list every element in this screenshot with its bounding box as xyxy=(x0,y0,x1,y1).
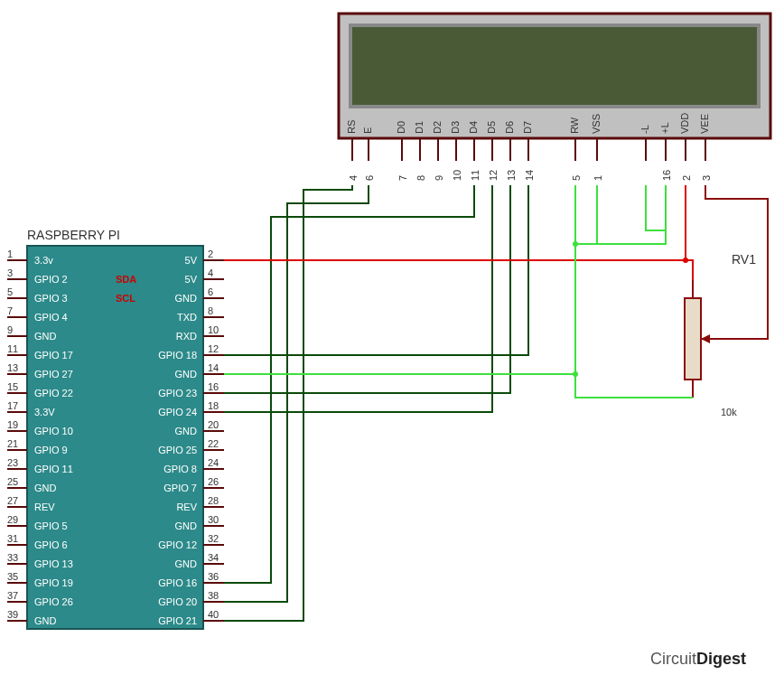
pi-pin-label: GPIO 7 xyxy=(163,483,197,493)
svg-point-64 xyxy=(683,258,688,263)
pi-pin-num: 7 xyxy=(7,305,13,316)
svg-point-66 xyxy=(573,241,578,247)
pi-pin-num: 4 xyxy=(208,267,213,278)
pi-pin-label: GPIO 3 xyxy=(34,293,68,304)
lcd-pin-label: D3 xyxy=(450,121,461,134)
pi-pin-label: TXD xyxy=(177,312,197,323)
pi-pin-label: GPIO 6 xyxy=(34,539,68,550)
pi-pin-label: GPIO 11 xyxy=(34,464,73,474)
pi-pin-label: GND xyxy=(175,426,198,436)
pi-pin-label: GPIO 19 xyxy=(34,577,73,588)
pi-pin-label: GPIO 5 xyxy=(34,520,68,531)
pi-pin-num: 2 xyxy=(208,248,213,259)
lcd-pin-num: 16 xyxy=(661,170,672,181)
pi-pin-num: 26 xyxy=(208,476,219,487)
lcd-pin-num: 1 xyxy=(593,175,603,181)
pi-pin-num: 34 xyxy=(208,552,219,563)
pi-pin-label: 5V xyxy=(185,274,198,285)
svg-rect-60 xyxy=(685,298,701,380)
pi-pin-label: GPIO 16 xyxy=(158,577,197,588)
pi-pin-num: 24 xyxy=(208,457,219,468)
pi-pin-label: GPIO 13 xyxy=(34,558,73,569)
pi-pin-num: 19 xyxy=(7,419,18,430)
pi-pin-label: REV xyxy=(176,502,197,512)
pi-pin-label: GND xyxy=(175,558,198,569)
pi-pin-label: GPIO 23 xyxy=(158,388,197,398)
lcd-pin-label: RS xyxy=(346,120,357,134)
pi-pin-label: GND xyxy=(34,483,57,493)
pi-pin-label: GPIO 9 xyxy=(34,445,68,455)
pi-pin-num: 21 xyxy=(7,438,18,449)
lcd-pin-num: 12 xyxy=(488,170,499,181)
lcd-pin-label: D6 xyxy=(504,121,515,134)
lcd-pin-label: D7 xyxy=(522,121,533,134)
pi-pin-num: 5 xyxy=(7,286,13,297)
pi-pin-num: 31 xyxy=(7,533,18,544)
pi-pin-num: 40 xyxy=(208,609,219,620)
lcd-pin-label: -L xyxy=(639,125,650,134)
pi-pin-label: GPIO 20 xyxy=(158,596,197,607)
pi-pin-num: 18 xyxy=(208,400,219,411)
pi-pin-num: 38 xyxy=(208,590,219,601)
lcd-pin-num: 5 xyxy=(571,175,582,181)
pi-pin-label: GPIO 17 xyxy=(34,350,73,361)
lcd-pin-label: D4 xyxy=(468,121,479,134)
pi-pin-label: GND xyxy=(34,615,57,626)
pot-value: 10k xyxy=(721,407,737,417)
pi-pin-num: 37 xyxy=(7,590,18,601)
svg-marker-63 xyxy=(701,334,710,343)
lcd-pin-num: 3 xyxy=(701,175,712,181)
pi-pin-label: 3.3V xyxy=(34,407,55,417)
pi-pin-label: GPIO 2 xyxy=(34,274,68,285)
pi-pin-num: 28 xyxy=(208,495,219,506)
pi-pin-label: RXD xyxy=(176,331,197,342)
lcd-pin-label: VSS xyxy=(591,114,602,134)
lcd-pin-num: 4 xyxy=(348,175,359,181)
pi-pin-num: 22 xyxy=(208,438,219,449)
lcd-pin-label: VEE xyxy=(699,114,710,134)
brand: CircuitDigest xyxy=(650,650,746,668)
pi-pin-label: 3.3v xyxy=(34,255,53,266)
pi-pin-num: 35 xyxy=(7,571,18,582)
pi-pin-num: 15 xyxy=(7,381,18,392)
pi-pin-label: GPIO 4 xyxy=(34,312,68,323)
potentiometer: RV1 10k xyxy=(685,252,756,417)
lcd-pin-num: 9 xyxy=(434,175,444,181)
pi-pin-num: 8 xyxy=(208,305,213,316)
pi-pin-label: GND xyxy=(34,331,57,342)
pi-pin-num: 17 xyxy=(7,400,18,411)
pi-pin-num: 39 xyxy=(7,609,18,620)
pi-pin-num: 1 xyxy=(7,248,13,259)
pi-pin-num: 29 xyxy=(7,514,18,525)
raspberry-pi: RASPBERRY PI 13.3v3GPIO 2SDA5GPIO 3SCL7G… xyxy=(7,228,224,629)
lcd-pin-num: 8 xyxy=(415,175,426,181)
lcd-pin-label: D0 xyxy=(396,121,406,134)
svg-rect-2 xyxy=(352,27,757,105)
pi-pin-num: 6 xyxy=(208,286,213,297)
lcd-pin-num: 13 xyxy=(506,170,517,181)
pi-pin-num: 30 xyxy=(208,514,219,525)
pi-pin-label: 5V xyxy=(185,255,198,266)
lcd-pin-label: E xyxy=(362,127,373,134)
pi-pin-label: GND xyxy=(175,520,198,531)
pi-pin-num: 13 xyxy=(7,362,18,373)
pi-pin-label: GPIO 25 xyxy=(158,445,197,455)
pi-pin-label: GPIO 22 xyxy=(34,388,73,398)
lcd-pin-num: 2 xyxy=(681,175,692,181)
lcd-pin-label: +L xyxy=(659,122,670,134)
pi-pin-num: 14 xyxy=(208,362,219,373)
pi-pin-num: 16 xyxy=(208,381,219,392)
pi-pin-num: 23 xyxy=(7,457,18,468)
lcd-pin-num: 11 xyxy=(470,170,481,181)
pi-pin-num: 36 xyxy=(208,571,219,582)
pi-pin-num: 33 xyxy=(7,552,18,563)
lcd-pin-num: 14 xyxy=(524,170,535,181)
pi-pin-label: GPIO 21 xyxy=(158,615,197,626)
pi-pin-num: 27 xyxy=(7,495,18,506)
pi-pin-label: GPIO 8 xyxy=(163,464,197,474)
pi-pin-num: 25 xyxy=(7,476,18,487)
pot-ref: RV1 xyxy=(732,252,756,267)
pi-pin-label: GND xyxy=(175,369,198,380)
pi-title: RASPBERRY PI xyxy=(27,228,120,242)
lcd-pin-label: D1 xyxy=(414,121,425,134)
